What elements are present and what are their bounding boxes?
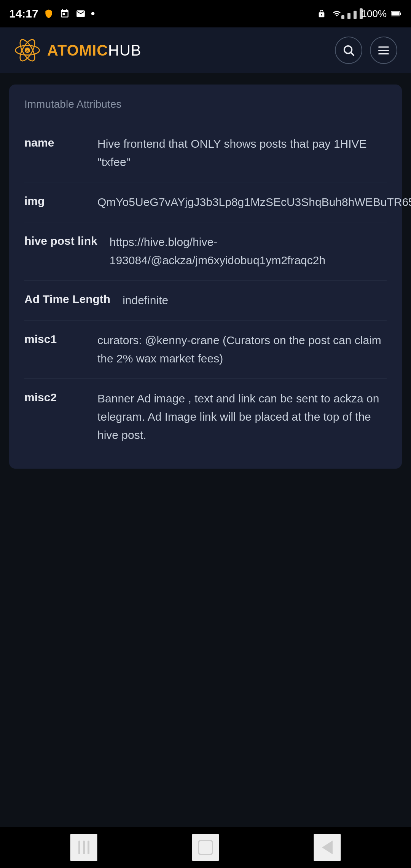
attribute-row-name: name Hive frontend that ONLY shows posts… bbox=[24, 124, 387, 182]
svg-line-9 bbox=[351, 53, 354, 56]
navbar: A ATOMICHUB bbox=[0, 27, 411, 73]
battery-icon bbox=[390, 8, 402, 19]
shield-icon bbox=[43, 8, 54, 19]
logo-icon: A bbox=[14, 37, 41, 64]
attr-key-ad-time-length: Ad Time Length bbox=[24, 291, 110, 307]
attr-value-misc1: curators: @kenny-crane (Curators on the … bbox=[97, 331, 387, 368]
status-time: 14:17 bbox=[9, 7, 38, 20]
signal-icon bbox=[346, 8, 358, 19]
nav-actions bbox=[335, 37, 397, 64]
search-icon bbox=[342, 44, 355, 57]
recent-apps-icon bbox=[78, 841, 89, 854]
logo-light: HUB bbox=[108, 42, 141, 59]
data-icon bbox=[331, 8, 342, 19]
attr-key-misc2: misc2 bbox=[24, 389, 85, 405]
hamburger-icon bbox=[378, 46, 389, 54]
mail-icon bbox=[75, 8, 86, 19]
status-right: 100% bbox=[316, 8, 402, 20]
main-content: Immutable Attributes name Hive frontend … bbox=[0, 73, 411, 827]
attribute-row-ad-time-length: Ad Time Length indefinite bbox=[24, 281, 387, 321]
logo: A ATOMICHUB bbox=[14, 37, 142, 64]
attribute-row-misc1: misc1 curators: @kenny-crane (Curators o… bbox=[24, 321, 387, 379]
svg-rect-2 bbox=[392, 12, 400, 16]
attr-value-misc2: Banner Ad image , text and link can be s… bbox=[97, 389, 387, 444]
attribute-row-misc2: misc2 Banner Ad image , text and link ca… bbox=[24, 379, 387, 455]
home-icon bbox=[198, 840, 213, 855]
status-bar: 14:17 • bbox=[0, 0, 411, 27]
back-button[interactable] bbox=[314, 834, 341, 861]
attr-value-name: Hive frontend that ONLY shows posts that… bbox=[97, 135, 387, 171]
attributes-card: Immutable Attributes name Hive frontend … bbox=[9, 85, 402, 469]
svg-rect-1 bbox=[400, 13, 401, 15]
search-button[interactable] bbox=[335, 37, 362, 64]
bottom-bar bbox=[0, 827, 411, 868]
lock-icon bbox=[316, 8, 327, 19]
notification-dot: • bbox=[91, 7, 95, 20]
attr-key-hive-post-link: hive post link bbox=[24, 233, 97, 249]
calendar-icon bbox=[59, 8, 70, 19]
attr-key-img: img bbox=[24, 193, 85, 209]
back-icon bbox=[322, 841, 333, 854]
attr-value-img: QmYo5UeG7vAYjgJ3b3Lp8g1MzSEcU3ShqBuh8hWE… bbox=[97, 193, 411, 211]
battery-percent: 100% bbox=[362, 8, 387, 20]
logo-text: ATOMICHUB bbox=[47, 42, 142, 59]
attribute-row-img: img QmYo5UeG7vAYjgJ3b3Lp8g1MzSEcU3ShqBuh… bbox=[24, 182, 387, 222]
menu-button[interactable] bbox=[370, 37, 397, 64]
attr-value-hive-post-link: https://hive.blog/hive-193084/@ackza/jm6… bbox=[110, 233, 387, 270]
home-button[interactable] bbox=[192, 834, 219, 861]
svg-point-8 bbox=[344, 46, 352, 54]
attr-value-ad-time-length: indefinite bbox=[123, 291, 387, 310]
attr-key-name: name bbox=[24, 135, 85, 151]
attr-key-misc1: misc1 bbox=[24, 331, 85, 347]
logo-bold: ATOMIC bbox=[47, 42, 108, 59]
attribute-row-hive-post-link: hive post link https://hive.blog/hive-19… bbox=[24, 222, 387, 281]
recent-apps-button[interactable] bbox=[70, 834, 97, 861]
svg-text:A: A bbox=[26, 49, 29, 53]
status-left: 14:17 • bbox=[9, 7, 95, 20]
section-title: Immutable Attributes bbox=[24, 98, 387, 110]
